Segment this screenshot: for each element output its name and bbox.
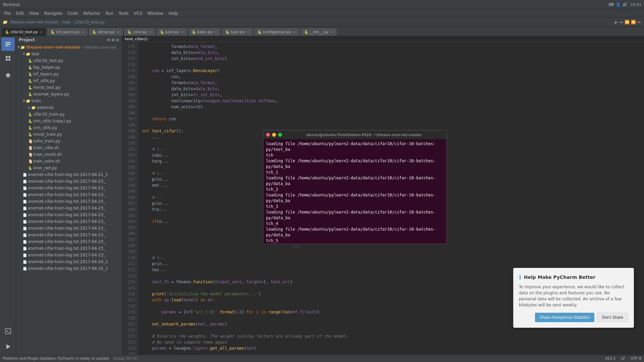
tree-item-log-8[interactable]: 📄 xnornet-cifar-train-log.txt.2017-04-23… [16, 218, 122, 225]
tab-close-pool[interactable]: × [181, 30, 183, 34]
tab-init[interactable]: 🐍 __init__.py × [301, 28, 337, 36]
tree-item-log-3[interactable]: 📄 xnornet-cifar-train-log.txt.2017-04-23… [16, 185, 122, 191]
window-titlebar: Terminal ⌨ 👤 🔊 14:21 [0, 0, 644, 9]
tab-conv[interactable]: 🐍 conv.py × [124, 28, 156, 36]
terminal-close-button[interactable] [266, 133, 270, 137]
tree-item-log-1[interactable]: 📄 xnornet-cifar-train-log.txt.2017-04-21… [16, 171, 122, 178]
tree-item-log-5[interactable]: 📄 xnornet-cifar-train-log.txt.2017-04-23… [16, 198, 122, 205]
tree-item-svhn-train[interactable]: 📜 svhn_train.py [16, 138, 122, 144]
tree-item-train-cifar-sh[interactable]: 📜 train_cifar.sh [16, 144, 122, 151]
tree-item-cnn-utils[interactable]: 🐍 cnn_utils.py [16, 124, 122, 131]
tree-item-log-12[interactable]: 📄 xnornet-cifar-train-log.txt.2017-04-23… [16, 245, 122, 252]
breadcrumb-root[interactable]: theano-xnor-net-master [10, 20, 58, 24]
menu-edit[interactable]: Edit [13, 9, 26, 17]
sidebar-collapse-icon[interactable]: ⊟ [116, 38, 119, 42]
breadcrumb-test[interactable]: test [63, 20, 70, 24]
tree-item-train-folder[interactable]: ▼ 📁 train [16, 98, 122, 104]
tree-item-log-9[interactable]: 📄 xnornet-cifar-train-log.txt.2017-04-23… [16, 225, 122, 232]
step-back-icon[interactable]: ⏪ [625, 20, 630, 24]
tree-item-inf-utils[interactable]: 🐍 inf_utils.py [16, 77, 122, 84]
tree-label-cnn-utils: cnn_utils.py [33, 125, 57, 130]
popup-info-icon: ℹ [519, 274, 521, 281]
tab-close-dense[interactable]: × [117, 30, 119, 34]
menu-refactor[interactable]: Refactor [80, 9, 103, 17]
dont-share-button[interactable]: Don't Share [597, 313, 628, 322]
tree-item-mnist-test[interactable]: 🐍 mnist_test.py [16, 84, 122, 91]
tree-item-cifar10-test[interactable]: 🐍 cifar10_test.py [16, 57, 122, 64]
terminal-body[interactable]: loading file /home/ubuntu/pylearn2-data/… [263, 139, 446, 244]
menu-window[interactable]: Window [145, 9, 166, 17]
menu-code[interactable]: Code [65, 9, 81, 17]
popup-header: ℹ Help Make PyCharm Better [519, 274, 628, 281]
tab-configparser[interactable]: 🐍 configparser.py × [254, 28, 300, 36]
sidebar-run-icon[interactable] [1, 340, 15, 353]
log1-icon: 📄 [23, 173, 27, 177]
tab-close-cfg[interactable]: × [293, 30, 296, 34]
sidebar-project-icon[interactable] [1, 38, 15, 51]
tree-item-log-4[interactable]: 📄 xnornet-cifar-train-log.txt.2017-04-23… [16, 191, 122, 198]
sidebar-header: Project ⚙ ⊞ ⊟ [16, 36, 122, 44]
sidebar-settings-icon[interactable]: ⚙ [107, 38, 110, 42]
tab-icon-inf: 🐍 [51, 30, 55, 34]
terminal-window: ubuntu@ubuntu-ThinkStation-P410: ~/thean… [263, 130, 447, 244]
train-folder-icon: 📁 [26, 99, 31, 103]
sidebar-structure-icon[interactable] [1, 52, 15, 65]
tree-item-external[interactable]: ▶ 📁 external [16, 104, 122, 111]
prev-icon[interactable]: ⏮ [619, 20, 623, 24]
terminal-minimize-button[interactable] [272, 133, 276, 137]
tree-label-test: test [32, 52, 39, 56]
tree-item-inf-layers[interactable]: 🐍 inf_layers.py [16, 71, 122, 77]
tab-pool[interactable]: 🐍 pool.py × [156, 28, 187, 36]
tab-close-type[interactable]: × [247, 30, 249, 34]
tab-inf-layers[interactable]: 🐍 inf_layers.py × [47, 28, 88, 36]
menu-vcs[interactable]: VCS [131, 9, 145, 17]
tree-item-test-folder[interactable]: ▼ 📁 test [16, 51, 122, 57]
tree-item-log-7[interactable]: 📄 xnornet-cifar-train-log.txt.2017-04-23… [16, 212, 122, 218]
tab-close-conv[interactable]: × [149, 30, 152, 34]
tree-label-xnor-net: xnor_net.py [33, 166, 57, 170]
tree-item-train-mnist-sh[interactable]: 📜 train_mnist.sh [16, 151, 122, 158]
build-icon[interactable]: ▶ [615, 20, 618, 24]
tab-type[interactable]: 🐍 type.py × [222, 28, 253, 36]
tree-item-xnornet-layers[interactable]: 🐍 xnornet_layers.py [16, 91, 122, 98]
menu-run[interactable]: Run [103, 9, 116, 17]
tree-label-log-9: xnornet-cifar-train-log.txt.2017-04-23_ [28, 226, 105, 231]
tree-item-train-svhn-sh[interactable]: 📜 train_svhn.sh [16, 158, 122, 165]
tab-cifar10-test[interactable]: 🐍 cifar10_test.py × [1, 28, 46, 36]
sidebar-expand-icon[interactable]: ⊞ [112, 38, 115, 42]
tree-label-root: theano-xnor-net-master [26, 45, 81, 50]
tree-item-log-6[interactable]: 📄 xnornet-cifar-train-log.txt.2017-04-23… [16, 205, 122, 212]
step-fwd-icon[interactable]: ⏩ [631, 20, 636, 24]
tree-item-xnor-net[interactable]: 🐍 xnor_net.py [16, 165, 122, 171]
tree-item-fxp-helper[interactable]: 🐍 fxp_helper.py [16, 64, 122, 71]
menu-view[interactable]: View [26, 9, 41, 17]
tree-item-cifar10-train[interactable]: 🐍 cifar10_train.py [16, 111, 122, 118]
tree-item-log-10[interactable]: 📄 xnornet-cifar-train-log.txt.2017-04-23… [16, 232, 122, 238]
tree-label-log-8: xnornet-cifar-train-log.txt.2017-04-23_ [28, 219, 105, 224]
tree-item-cnn-utils-copy[interactable]: 🐍 cnn_utils (copy).py [16, 118, 122, 124]
tree-item-log-14[interactable]: 📄 xnornet-cifar-train-log.txt.2017-04-24… [16, 258, 122, 265]
menu-file[interactable]: File [1, 9, 13, 17]
tab-basic[interactable]: 🐍 basic.py × [188, 28, 221, 36]
tree-item-log-15[interactable]: 📄 xnornet-cifar-train-log.txt.2017-04-25… [16, 265, 122, 272]
share-anonymous-button[interactable]: Share Anonymous Statistics [535, 313, 594, 322]
tree-item-log-13[interactable]: 📄 xnornet-cifar-train-log.txt.2017-04-23… [16, 252, 122, 258]
sidebar-favorites-icon[interactable] [1, 68, 15, 82]
tab-dense[interactable]: 🐍 dense.py × [89, 28, 123, 36]
sidebar-terminal-icon[interactable] [1, 324, 15, 338]
last-icon[interactable]: ⏭ [637, 20, 641, 24]
menu-tools[interactable]: Tools [116, 9, 131, 17]
terminal-maximize-button[interactable] [278, 133, 282, 137]
tree-item-log-2[interactable]: 📄 xnornet-cifar-train-log.txt.2017-04-23… [16, 178, 122, 185]
tab-close-cifar10[interactable]: × [40, 30, 43, 34]
tree-item-root[interactable]: ▼ 📁 theano-xnor-net-master ~/theano-xnor… [16, 44, 122, 51]
breadcrumb: 📁 theano-xnor-net-master › test › cifar1… [0, 17, 644, 27]
tree-item-log-11[interactable]: 📄 xnornet-cifar-train-log.txt.2017-04-23… [16, 238, 122, 245]
menu-navigate[interactable]: Navigate [42, 9, 65, 17]
tab-close-init[interactable]: × [330, 30, 333, 34]
tab-close-basic[interactable]: × [214, 30, 217, 34]
tree-item-mnist-train[interactable]: 🐍 mnist_train.py [16, 131, 122, 138]
breadcrumb-file[interactable]: cifar10_test.py [75, 20, 105, 24]
menu-help[interactable]: Help [166, 9, 180, 17]
tab-close-inf[interactable]: × [82, 30, 84, 34]
